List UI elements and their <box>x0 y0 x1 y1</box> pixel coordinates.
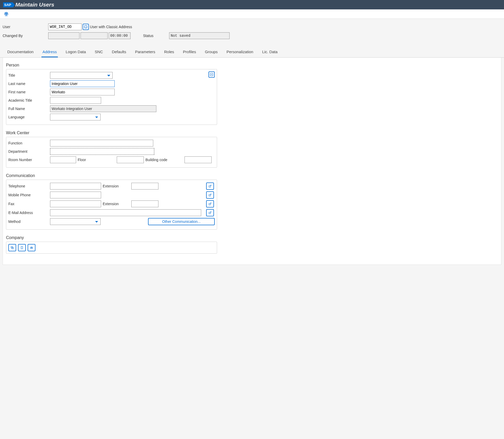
department-input[interactable] <box>50 148 154 155</box>
person-box: Title Last name First name Academic Titl… <box>6 69 217 125</box>
user-classic-label: User with Classic Address <box>90 25 132 29</box>
tab-groups[interactable]: Groups <box>204 47 219 57</box>
telephone-more-icon[interactable] <box>206 182 214 190</box>
function-label: Function <box>8 141 50 145</box>
language-select[interactable] <box>50 114 101 120</box>
balance-scale-icon[interactable] <box>3 11 9 17</box>
other-communication-button[interactable]: Other Communication... <box>148 218 215 225</box>
user-input[interactable] <box>48 23 82 30</box>
fax-ext-input[interactable] <box>131 200 158 207</box>
tab-profiles[interactable]: Profiles <box>182 47 197 57</box>
first-name-input[interactable] <box>50 89 115 95</box>
telephone-label: Telephone <box>8 184 50 188</box>
workcenter-section-title: Work Center <box>6 131 498 135</box>
title-select[interactable] <box>50 72 113 79</box>
full-name-input <box>50 105 156 112</box>
changed-time-input <box>109 32 131 39</box>
svg-rect-4 <box>209 203 211 205</box>
tab-defaults[interactable]: Defaults <box>111 47 127 57</box>
expand-person-icon[interactable] <box>208 71 215 78</box>
telephone-ext-label: Extension <box>103 184 131 188</box>
method-select[interactable] <box>50 218 101 225</box>
fax-label: Fax <box>8 202 50 206</box>
person-section-title: Person <box>6 63 498 68</box>
communication-box: Telephone Extension Mobile Phone Fax Ext… <box>6 180 217 230</box>
email-input[interactable] <box>50 209 201 216</box>
email-more-icon[interactable] <box>206 209 214 216</box>
fax-input[interactable] <box>50 200 101 207</box>
svg-rect-3 <box>209 194 211 196</box>
communication-section-title: Communication <box>6 173 498 178</box>
fax-ext-label: Extension <box>103 202 131 206</box>
tab-personalization[interactable]: Personalization <box>225 47 254 57</box>
tab-roles[interactable]: Roles <box>163 47 175 57</box>
toolbar <box>0 9 504 19</box>
room-input[interactable] <box>50 156 76 163</box>
svg-point-10 <box>32 247 33 249</box>
academic-title-label: Academic Title <box>8 98 50 102</box>
tab-parameters[interactable]: Parameters <box>134 47 156 57</box>
titlebar: SAP Maintain Users <box>0 0 504 9</box>
company-section-title: Company <box>6 235 498 240</box>
svg-point-9 <box>30 247 32 249</box>
tab-documentation[interactable]: Documentation <box>6 47 35 57</box>
tab-snc[interactable]: SNC <box>94 47 104 57</box>
status-label: Status <box>143 34 169 38</box>
mobile-more-icon[interactable] <box>206 191 214 199</box>
changed-by-input <box>48 32 79 39</box>
info-icon[interactable] <box>83 24 89 30</box>
svg-rect-5 <box>209 212 211 214</box>
building-label: Building code <box>145 158 185 162</box>
title-label: Title <box>8 73 50 77</box>
tab-lic-data[interactable]: Lic. Data <box>261 47 279 57</box>
status-value <box>169 32 230 39</box>
method-label: Method <box>8 219 50 224</box>
function-input[interactable] <box>50 140 153 147</box>
header-fields: User User with Classic Address Changed B… <box>0 19 504 44</box>
sap-logo: SAP <box>3 2 13 7</box>
department-label: Department <box>8 149 50 154</box>
svg-rect-8 <box>21 246 23 249</box>
floor-input[interactable] <box>117 156 144 163</box>
last-name-label: Last name <box>8 82 50 86</box>
tab-body: Person Title Last name First name Academ… <box>3 58 501 265</box>
tab-logon-data[interactable]: Logon Data <box>65 47 87 57</box>
company-copy-icon[interactable] <box>18 244 26 251</box>
workcenter-box: Function Department Room Number Floor Bu… <box>6 137 217 168</box>
first-name-label: First name <box>8 90 50 94</box>
room-label: Room Number <box>8 158 50 162</box>
full-name-label: Full Name <box>8 107 50 111</box>
telephone-ext-input[interactable] <box>131 183 158 190</box>
tabstrip: Documentation Address Logon Data SNC Def… <box>0 47 504 58</box>
company-display-icon[interactable] <box>28 244 35 251</box>
fax-more-icon[interactable] <box>206 200 214 208</box>
last-name-input[interactable] <box>50 80 115 87</box>
telephone-input[interactable] <box>50 183 101 190</box>
mobile-label: Mobile Phone <box>8 193 50 197</box>
user-label: User <box>3 25 48 29</box>
tab-address[interactable]: Address <box>41 47 58 57</box>
svg-rect-2 <box>209 186 211 187</box>
mobile-input[interactable] <box>50 192 101 198</box>
company-assign-icon[interactable] <box>8 244 16 251</box>
email-label: E-Mail Address <box>8 211 50 215</box>
changed-on-input <box>81 32 108 39</box>
company-box <box>6 242 217 254</box>
building-input[interactable] <box>185 156 212 163</box>
floor-label: Floor <box>78 158 117 162</box>
page-title: Maintain Users <box>15 2 54 8</box>
changed-by-label: Changed By <box>3 34 48 38</box>
language-label: Language <box>8 115 50 119</box>
academic-title-input[interactable] <box>50 97 101 104</box>
